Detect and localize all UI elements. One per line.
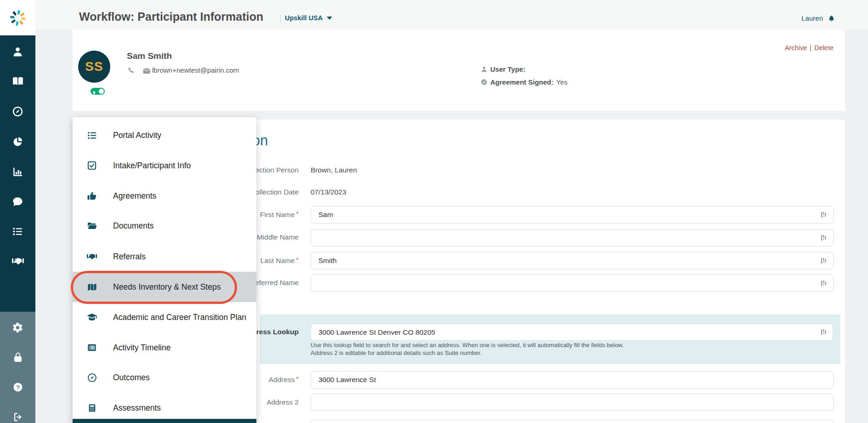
app-logo [0,0,35,35]
active-toggle[interactable] [91,88,105,95]
collection-date-label: Collection Date [250,188,299,196]
menu-item-label: Academic and Career Transition Plan [113,313,246,322]
agreement-value: Yes [556,78,567,86]
users-icon[interactable] [0,45,35,58]
address2-label: Address 2 [267,398,299,406]
divider [280,14,281,22]
user-menu[interactable]: Lauren [801,13,835,23]
avatar: SS [78,51,110,83]
compass-icon[interactable] [0,104,35,118]
menu-item-agreements[interactable]: Agreements [73,181,256,211]
table-list-icon [86,343,97,353]
required-asterisk: * [296,256,299,263]
bell-icon[interactable] [828,14,835,22]
archive-link[interactable]: Archive [785,44,807,51]
gear-icon[interactable] [0,320,35,334]
map-icon [86,282,97,292]
compass-icon [86,372,97,383]
logo-icon [7,7,28,29]
menu-item-activity-timeline[interactable]: Activity Timeline [73,332,256,363]
required-asterisk: * [296,375,299,383]
address-lookup-input[interactable] [311,324,833,341]
middle-name-input[interactable] [311,229,834,246]
handshake-icon [86,251,97,263]
menu-item-academic-career-plan[interactable]: Academic and Career Transition Plan [73,302,256,332]
last-name-label: Last Name* [261,256,299,265]
first-name-label: First Name* [260,210,299,219]
org-selector[interactable]: Upskill USA [280,13,332,23]
menu-item-referrals[interactable]: Referrals [73,241,256,272]
menu-item-intake-participant-info[interactable]: Intake/Participant Info [73,150,256,181]
avatar-initials: SS [85,59,103,74]
menu-item-portal-activity[interactable]: Portal Activity [73,120,256,150]
address-input[interactable] [311,371,834,389]
field-history-icon[interactable] [821,280,826,289]
menu-item-documents[interactable]: Documents [73,211,256,241]
key-icon [92,89,96,97]
city-input-partial[interactable] [311,420,834,423]
participant-name: Sam Smith [127,51,172,61]
page-title: Workflow: Participant Information [79,10,263,23]
user-type-label: User Type: [490,65,525,73]
address2-input[interactable] [311,394,834,411]
menu-item-outcomes[interactable]: Outcomes [73,362,256,393]
user-type-row: User Type: [481,65,528,73]
graduation-cap-icon [86,312,97,323]
address-label: Address* [269,375,299,384]
check-square-icon [86,160,97,171]
menu-item-label: Referrals [113,252,146,262]
collection-person-value: Brown, Lauren [311,166,357,174]
bar-chart-icon[interactable] [0,165,35,178]
collection-date-value: 07/13/2023 [311,188,346,196]
pie-chart-icon[interactable] [0,135,35,149]
agreement-label: Agreement Signed: [490,78,554,86]
lookup-help-line2: Address 2 is editable for additional det… [311,349,482,356]
required-asterisk: * [296,210,299,217]
envelope-icon [143,68,150,76]
svg-text:?: ? [16,384,20,391]
field-history-icon[interactable] [821,257,826,266]
check-circle-icon [481,79,488,86]
participant-email: lbrown+newtest@pairin.com [152,66,239,74]
menu-next-item-partial [73,419,256,423]
delete-link[interactable]: Delete [814,44,834,51]
first-name-input[interactable] [311,206,834,223]
menu-item-label: Needs Inventory & Next Steps [113,282,221,292]
user-name: Lauren [801,14,823,22]
list-icon[interactable] [0,224,35,238]
toggle-knob [99,89,104,94]
menu-item-needs-inventory[interactable]: Needs Inventory & Next Steps [73,272,256,302]
folder-open-icon [86,221,97,231]
field-history-icon[interactable] [821,234,826,243]
menu-item-label: Assessments [113,403,161,413]
list-icon [86,130,97,141]
record-actions: Archive | Delete [785,44,834,51]
chat-icon[interactable] [0,194,35,208]
menu-item-label: Agreements [113,191,156,201]
user-icon [481,66,488,73]
org-selector-label: Upskill USA [285,14,323,22]
chevron-down-icon [327,17,332,20]
agreement-row: Agreement Signed: Yes [481,78,567,86]
menu-item-label: Portal Activity [113,131,161,140]
sidebar-nav: ? [0,0,35,423]
middle-name-label: Middle Name [257,233,299,241]
menu-item-label: Activity Timeline [113,343,170,353]
field-history-icon[interactable] [821,329,826,337]
lookup-help-line1: Use this lookup field to search for and … [311,342,624,349]
calculator-icon [86,403,97,413]
divider: | [810,44,811,51]
last-name-input[interactable] [311,252,834,269]
preferred-name-input[interactable] [311,274,834,292]
help-icon[interactable]: ? [0,380,35,394]
phone-icon [127,67,135,76]
sign-out-icon[interactable] [0,410,35,423]
menu-item-label: Documents [113,221,154,231]
thumbs-up-icon [86,191,97,201]
handshake-icon[interactable] [0,254,35,268]
menu-item-label: Intake/Participant Info [113,161,191,171]
menu-item-label: Outcomes [113,373,150,383]
field-history-icon[interactable] [821,212,826,220]
lock-icon[interactable] [0,350,35,364]
book-open-icon[interactable] [0,74,35,88]
